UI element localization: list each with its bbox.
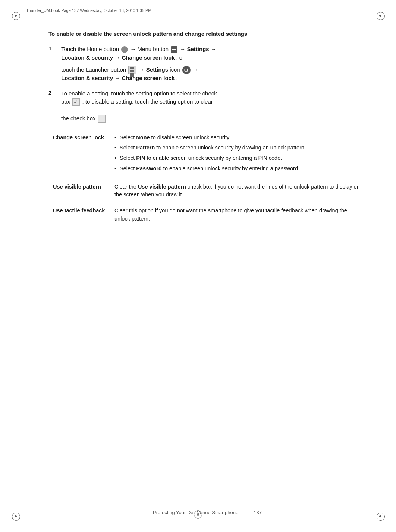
password-bold: Password: [136, 165, 162, 171]
reg-mark-tl: [11, 11, 20, 20]
step-2: 2 To enable a setting, touch the setting…: [48, 89, 366, 123]
step-2-text-c: ; to disable a setting, touch the settin…: [82, 98, 213, 105]
step-1-arrow-4: →: [114, 54, 122, 61]
reg-mark-bl: [11, 512, 20, 521]
step-2-number: 2: [48, 89, 56, 123]
table-label-use-tactile-feedback: Use tactile feedback: [48, 203, 110, 227]
step-1-text-c: icon: [170, 66, 182, 73]
step-1: 1 Touch the Home button → Menu button → …: [48, 45, 366, 83]
none-bold: None: [136, 134, 150, 140]
location-security-label-1: Location & security: [61, 54, 113, 61]
list-item-none: Select None to disable screen unlock sec…: [114, 134, 362, 142]
step-1-arrow-1: → Menu button: [130, 46, 170, 52]
step-2-text-e: .: [108, 115, 109, 121]
use-visible-pattern-bold: Use visible pattern: [138, 184, 186, 190]
step-1-or: , or: [176, 54, 184, 61]
step-1-arrow-5: →: [139, 66, 146, 73]
location-security-label-2: Location & security: [61, 75, 113, 81]
header-bar: Thunder_UM.book Page 137 Wednesday, Octo…: [26, 8, 370, 13]
footer-page-number: 137: [254, 510, 262, 515]
change-screen-lock-label-1: Change screen lock: [122, 54, 175, 61]
table-row-use-visible-pattern: Use visible pattern Clear the Use visibl…: [48, 179, 366, 203]
list-item-pin: Select PIN to enable screen unlock secur…: [114, 154, 362, 162]
settings-label-2: Settings: [146, 66, 168, 73]
step-1-content: Touch the Home button → Menu button → Se…: [61, 45, 366, 83]
list-item-password: Select Password to enable screen unlock …: [114, 165, 362, 173]
settings-icon: [182, 66, 191, 74]
footer-divider: [246, 510, 246, 515]
section-title: To enable or disable the screen unlock p…: [48, 30, 366, 38]
table-label-use-visible-pattern: Use visible pattern: [48, 179, 110, 203]
table-label-change-screen-lock: Change screen lock: [48, 130, 110, 179]
step-1-arrow-7: →: [114, 75, 122, 81]
footer: Protecting Your Dell Venue Smartphone 13…: [48, 510, 366, 515]
step-1-number: 1: [48, 45, 56, 83]
table-content-use-tactile-feedback: Clear this option if you do not want the…: [110, 203, 366, 227]
table-row-use-tactile-feedback: Use tactile feedback Clear this option i…: [48, 203, 366, 227]
menu-icon: [171, 46, 177, 53]
step-2-text-d: the check box: [61, 115, 97, 121]
launcher-icon: [128, 66, 136, 74]
step-1-text-b: touch the Launcher button: [61, 66, 128, 73]
step-1-sub: touch the Launcher button → Settings ico…: [61, 66, 366, 83]
list-item-pattern: Select Pattern to enable screen unlock s…: [114, 144, 362, 152]
header-text: Thunder_UM.book Page 137 Wednesday, Octo…: [26, 8, 152, 13]
step-1-arrow-2: →: [180, 46, 187, 52]
step-2-content: To enable a setting, touch the setting o…: [61, 89, 366, 123]
step-1-period: .: [176, 75, 177, 81]
table-content-use-visible-pattern: Clear the Use visible pattern check box …: [110, 179, 366, 203]
main-content: To enable or disable the screen unlock p…: [48, 30, 366, 502]
change-screen-lock-label-2: Change screen lock: [122, 75, 175, 81]
table-content-change-screen-lock: Select None to disable screen unlock sec…: [110, 130, 366, 179]
table-row-change-screen-lock: Change screen lock Select None to disabl…: [48, 130, 366, 179]
step-2-text-b: box: [61, 98, 72, 105]
reg-mark-bottom-center: [194, 510, 202, 519]
checkbox-checked-icon: [72, 98, 80, 106]
step-1-arrow-3: →: [211, 46, 216, 52]
info-table: Change screen lock Select None to disabl…: [48, 130, 366, 227]
settings-label-1: Settings: [187, 46, 209, 52]
reg-mark-tr: [376, 11, 385, 20]
pattern-bold: Pattern: [136, 145, 155, 151]
checkbox-unchecked-icon: [98, 115, 106, 123]
step-1-arrow-6: →: [193, 66, 198, 73]
home-icon: [121, 46, 128, 53]
step-1-text-a: Touch the Home button: [61, 46, 120, 52]
reg-mark-br: [376, 512, 385, 521]
pin-bold: PIN: [136, 155, 145, 161]
step-2-text-a: To enable a setting, touch the setting o…: [61, 90, 217, 96]
